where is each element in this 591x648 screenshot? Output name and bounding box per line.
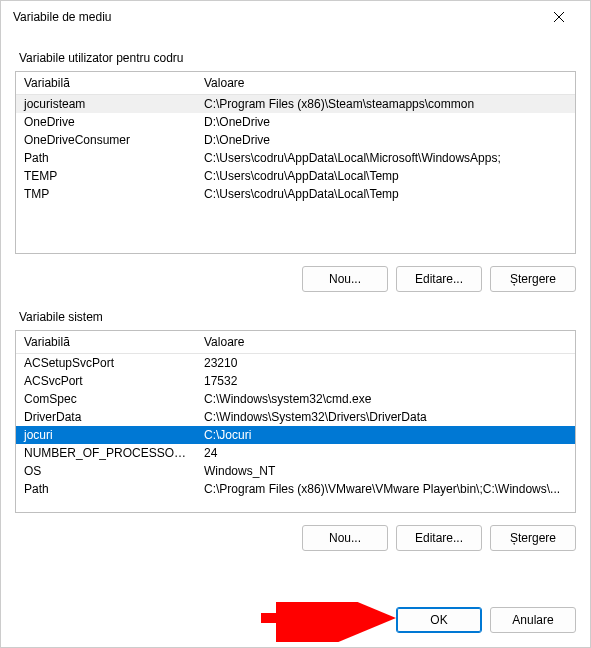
user-vars-buttons: Nou... Editare... Ștergere xyxy=(15,266,576,292)
cell-name: ComSpec xyxy=(16,390,196,408)
cell-name: ACSetupSvcPort xyxy=(16,354,196,373)
cell-name: TEMP xyxy=(16,167,196,185)
table-row[interactable]: ACSvcPort17532 xyxy=(16,372,575,390)
cell-value: C:\Program Files (x86)\VMware\VMware Pla… xyxy=(196,480,575,498)
system-vars-table[interactable]: Variabilă Valoare ACSetupSvcPort23210ACS… xyxy=(16,331,575,498)
table-row[interactable]: OneDriveD:\OneDrive xyxy=(16,113,575,131)
cell-value: C:\Windows\System32\Drivers\DriverData xyxy=(196,408,575,426)
titlebar: Variabile de mediu xyxy=(1,1,590,33)
cell-value: C:\Users\codru\AppData\Local\Microsoft\W… xyxy=(196,149,575,167)
cell-value: Windows_NT xyxy=(196,462,575,480)
cell-value: 24 xyxy=(196,444,575,462)
cell-name: OneDriveConsumer xyxy=(16,131,196,149)
user-vars-scroll[interactable]: Variabilă Valoare jocuristeamC:\Program … xyxy=(16,72,575,253)
cell-name: Path xyxy=(16,149,196,167)
table-row[interactable]: PathC:\Users\codru\AppData\Local\Microso… xyxy=(16,149,575,167)
cell-value: D:\OneDrive xyxy=(196,113,575,131)
cell-value: 17532 xyxy=(196,372,575,390)
system-vars-tablewrap: Variabilă Valoare ACSetupSvcPort23210ACS… xyxy=(15,330,576,513)
dialog-footer: OK Anulare xyxy=(15,591,576,633)
user-col-name[interactable]: Variabilă xyxy=(16,72,196,95)
cell-value: C:\Program Files (x86)\Steam\steamapps\c… xyxy=(196,95,575,114)
cell-value: D:\OneDrive xyxy=(196,131,575,149)
close-icon xyxy=(554,12,564,22)
cell-name: DriverData xyxy=(16,408,196,426)
sys-col-name[interactable]: Variabilă xyxy=(16,331,196,354)
sys-new-button[interactable]: Nou... xyxy=(302,525,388,551)
table-row[interactable]: NUMBER_OF_PROCESSORS24 xyxy=(16,444,575,462)
cell-value: C:\Users\codru\AppData\Local\Temp xyxy=(196,185,575,203)
system-vars-buttons: Nou... Editare... Ștergere xyxy=(15,525,576,551)
cell-name: OS xyxy=(16,462,196,480)
sys-edit-button[interactable]: Editare... xyxy=(396,525,482,551)
sys-delete-button[interactable]: Ștergere xyxy=(490,525,576,551)
table-row[interactable]: OneDriveConsumerD:\OneDrive xyxy=(16,131,575,149)
table-row[interactable]: TMPC:\Users\codru\AppData\Local\Temp xyxy=(16,185,575,203)
table-row[interactable]: ComSpecC:\Windows\system32\cmd.exe xyxy=(16,390,575,408)
cell-value: C:\Users\codru\AppData\Local\Temp xyxy=(196,167,575,185)
window-title: Variabile de mediu xyxy=(13,10,536,24)
cell-name: jocuri xyxy=(16,426,196,444)
user-new-button[interactable]: Nou... xyxy=(302,266,388,292)
ok-button[interactable]: OK xyxy=(396,607,482,633)
user-edit-button[interactable]: Editare... xyxy=(396,266,482,292)
close-button[interactable] xyxy=(536,1,582,33)
table-row[interactable]: TEMPC:\Users\codru\AppData\Local\Temp xyxy=(16,167,575,185)
cell-value: 23210 xyxy=(196,354,575,373)
cell-name: jocuristeam xyxy=(16,95,196,114)
table-row[interactable]: OSWindows_NT xyxy=(16,462,575,480)
cell-name: OneDrive xyxy=(16,113,196,131)
sys-col-value[interactable]: Valoare xyxy=(196,331,575,354)
cancel-button[interactable]: Anulare xyxy=(490,607,576,633)
client-area: Variabile utilizator pentru codru Variab… xyxy=(1,33,590,647)
system-vars-group: Variabile sistem Variabilă Valoare ACSet… xyxy=(15,310,576,551)
user-delete-button[interactable]: Ștergere xyxy=(490,266,576,292)
cell-name: ACSvcPort xyxy=(16,372,196,390)
cell-value: C:\Jocuri xyxy=(196,426,575,444)
env-vars-dialog: Variabile de mediu Variabile utilizator … xyxy=(0,0,591,648)
user-col-value[interactable]: Valoare xyxy=(196,72,575,95)
user-vars-group: Variabile utilizator pentru codru Variab… xyxy=(15,51,576,292)
system-vars-label: Variabile sistem xyxy=(15,310,576,324)
user-vars-tablewrap: Variabilă Valoare jocuristeamC:\Program … xyxy=(15,71,576,254)
table-row[interactable]: jocuriC:\Jocuri xyxy=(16,426,575,444)
cell-value: C:\Windows\system32\cmd.exe xyxy=(196,390,575,408)
user-vars-table[interactable]: Variabilă Valoare jocuristeamC:\Program … xyxy=(16,72,575,203)
cell-name: NUMBER_OF_PROCESSORS xyxy=(16,444,196,462)
cell-name: Path xyxy=(16,480,196,498)
table-row[interactable]: DriverDataC:\Windows\System32\Drivers\Dr… xyxy=(16,408,575,426)
table-row[interactable]: ACSetupSvcPort23210 xyxy=(16,354,575,373)
system-vars-scroll[interactable]: Variabilă Valoare ACSetupSvcPort23210ACS… xyxy=(16,331,575,512)
cell-name: TMP xyxy=(16,185,196,203)
user-vars-label: Variabile utilizator pentru codru xyxy=(15,51,576,65)
table-row[interactable]: PathC:\Program Files (x86)\VMware\VMware… xyxy=(16,480,575,498)
table-row[interactable]: jocuristeamC:\Program Files (x86)\Steam\… xyxy=(16,95,575,114)
